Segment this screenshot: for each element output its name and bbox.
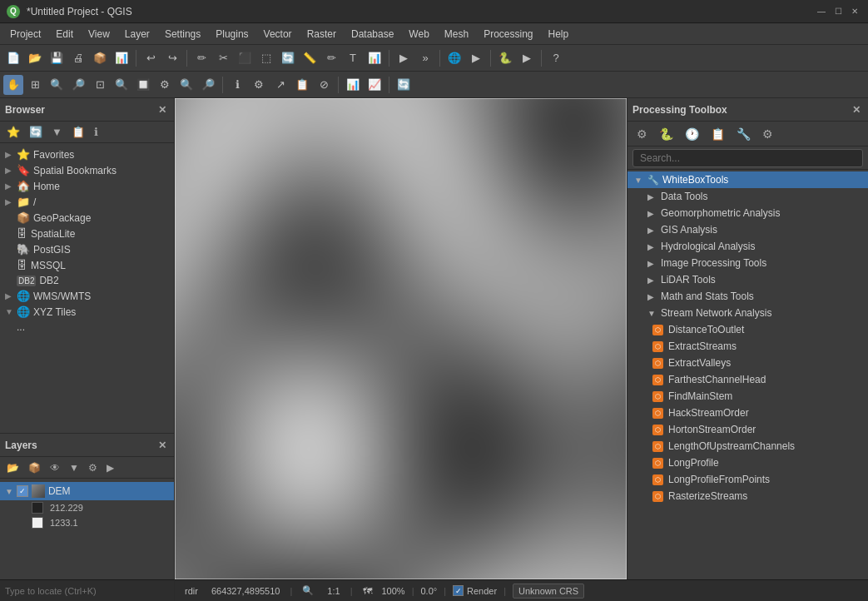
layers-visibility-icon[interactable]: 👁 — [47, 460, 63, 475]
move-button[interactable]: ⬚ — [256, 48, 276, 68]
deselect-button[interactable]: ⊘ — [314, 75, 334, 95]
layers-expand-icon[interactable]: ▶ — [103, 460, 117, 475]
tool-extract-valleys[interactable]: ⬡ ExtractValleys — [627, 355, 868, 371]
menu-mesh[interactable]: Mesh — [438, 26, 475, 42]
select-feature3-button[interactable]: 📋 — [292, 75, 312, 95]
identify-button[interactable]: ℹ — [227, 75, 247, 95]
zoom-selection-button[interactable]: 🔲 — [133, 75, 153, 95]
measure-button[interactable]: 📏 — [300, 48, 320, 68]
toolbox-search-input[interactable] — [632, 149, 863, 167]
toolbox-geomorphometric[interactable]: ▶ Geomorphometric Analysis — [627, 205, 868, 221]
layers-open-icon[interactable]: 📂 — [3, 460, 22, 475]
diagram-button[interactable]: 📊 — [365, 48, 384, 68]
crs-display[interactable]: Unknown CRS — [513, 584, 584, 599]
tool-farthest-channel[interactable]: ⬡ FarthestChannelHead — [627, 371, 868, 388]
select-feature2-button[interactable]: ↗ — [270, 75, 290, 95]
render-toggle[interactable]: ✓ Render — [453, 585, 497, 596]
tool-hack-stream-order[interactable]: ⬡ HackStreamOrder — [627, 405, 868, 421]
toolbox-gis-analysis[interactable]: ▶ GIS Analysis — [627, 221, 868, 238]
refresh-button[interactable]: 🔄 — [394, 75, 414, 95]
menu-edit[interactable]: Edit — [49, 26, 80, 42]
toolbox-history-icon[interactable]: 🕐 — [681, 126, 703, 142]
layers-close-btn[interactable]: ✕ — [156, 439, 169, 452]
menu-layer[interactable]: Layer — [118, 26, 156, 42]
python4-button[interactable]: ▶ — [517, 48, 537, 68]
toolbox-close-btn[interactable]: ✕ — [850, 103, 863, 117]
tool-long-profile[interactable]: ⬡ LongProfile — [627, 454, 868, 471]
stat-summary-button[interactable]: 📈 — [365, 75, 384, 95]
menu-plugins[interactable]: Plugins — [209, 26, 255, 42]
toolbox-options-icon[interactable]: 🔧 — [732, 126, 755, 142]
open-project-button[interactable]: 📂 — [25, 48, 45, 68]
save-project-button[interactable]: 💾 — [47, 48, 67, 68]
map-area[interactable] — [175, 98, 627, 579]
print-layout-button[interactable]: 📦 — [90, 48, 110, 68]
undo-button[interactable]: ↩ — [141, 48, 161, 68]
zoom-out-button[interactable]: 🔎 — [68, 75, 88, 95]
browser-favorites-icon[interactable]: ⭐ — [3, 124, 23, 140]
toolbox-image-processing[interactable]: ▶ Image Processing Tools — [627, 255, 868, 271]
browser-refresh-icon[interactable]: 🔄 — [26, 124, 46, 140]
toolbox-python-icon[interactable]: 🐍 — [655, 126, 677, 142]
browser-item-bookmarks[interactable]: ▶ 🔖 Spatial Bookmarks — [0, 162, 174, 178]
label-button[interactable]: T — [343, 48, 363, 68]
tool-rasterize-streams[interactable]: ⬡ RasterizeStreams — [627, 488, 868, 504]
zoom-full-button[interactable]: ⊡ — [90, 75, 110, 95]
layers-options-icon[interactable]: ⚙ — [85, 460, 101, 475]
pan-tool-button[interactable]: ✋ — [3, 75, 23, 95]
zoom-native-button[interactable]: ⚙ — [155, 75, 175, 95]
browser-item-postgis[interactable]: 🐘 PostGIS — [0, 241, 174, 257]
layers-filter-icon[interactable]: ▼ — [66, 460, 82, 475]
save-as-button[interactable]: 🖨 — [68, 48, 88, 68]
python2-button[interactable]: ▶ — [466, 48, 486, 68]
select-feature-button[interactable]: ⚙ — [249, 75, 269, 95]
toolbox-results-icon[interactable]: 📋 — [707, 126, 729, 142]
menu-project[interactable]: Project — [3, 26, 47, 42]
zoom-layer-button[interactable]: 🔍 — [112, 75, 131, 95]
digitize-button[interactable]: ✏ — [191, 48, 211, 68]
toolbox-config-icon[interactable]: ⚙ — [758, 126, 777, 142]
toolbox-settings-icon[interactable]: ⚙ — [632, 126, 652, 142]
menu-view[interactable]: View — [82, 26, 117, 42]
browser-item-home[interactable]: ▶ 🏠 Home — [0, 178, 174, 194]
browser-close-btn[interactable]: ✕ — [156, 103, 169, 117]
python3-button[interactable]: 🐍 — [495, 48, 515, 68]
tool-distance-to-outlet[interactable]: ⬡ DistanceToOutlet — [627, 321, 868, 338]
menu-database[interactable]: Database — [345, 26, 400, 42]
dem-visibility-checkbox[interactable]: ✓ — [17, 485, 28, 497]
help-button[interactable]: ? — [546, 48, 566, 68]
zoom-in-button[interactable]: 🔍 — [47, 75, 67, 95]
menu-vector[interactable]: Vector — [257, 26, 299, 42]
browser-collapse-icon[interactable]: 📋 — [68, 124, 88, 140]
menu-web[interactable]: Web — [402, 26, 435, 42]
rotate-button[interactable]: 🔄 — [278, 48, 298, 68]
browser-item-root[interactable]: ▶ 📁 / — [0, 194, 174, 210]
toolbox-stream-network[interactable]: ▼ Stream Network Analysis — [627, 305, 868, 321]
atlas-button[interactable]: 📊 — [112, 48, 131, 68]
map-canvas[interactable] — [175, 98, 627, 579]
tool-extract-streams[interactable]: ⬡ ExtractStreams — [627, 338, 868, 355]
select-button[interactable]: ⬛ — [235, 48, 255, 68]
browser-item-xyz[interactable]: ▼ 🌐 XYZ Tiles — [0, 304, 174, 320]
browser-item-spatialite[interactable]: 🗄 SpatiaLite — [0, 226, 174, 241]
browser-filter-icon[interactable]: ▼ — [48, 124, 66, 140]
maximize-button[interactable]: ☐ — [831, 5, 845, 18]
menu-help[interactable]: Help — [542, 26, 576, 42]
minimize-button[interactable]: — — [815, 5, 828, 18]
tool-horton-stream-order[interactable]: ⬡ HortonStreamOrder — [627, 421, 868, 438]
browser-item-geopackage[interactable]: 📦 GeoPackage — [0, 210, 174, 226]
toolbox-data-tools[interactable]: ▶ Data Tools — [627, 188, 868, 205]
browser-item-mssql[interactable]: 🗄 MSSQL — [0, 257, 174, 273]
zoom-native2-button[interactable]: 🔍 — [176, 75, 196, 95]
tool-find-main-stem[interactable]: ⬡ FindMainStem — [627, 388, 868, 405]
menu-processing[interactable]: Processing — [477, 26, 539, 42]
tool-long-profile-points[interactable]: ⬡ LongProfileFromPoints — [627, 471, 868, 488]
toolbox-math-stats[interactable]: ▶ Math and Stats Tools — [627, 288, 868, 305]
python-button[interactable]: 🌐 — [444, 48, 464, 68]
more-button[interactable]: » — [415, 48, 435, 68]
close-button[interactable]: ✕ — [848, 5, 861, 18]
menu-raster[interactable]: Raster — [300, 26, 343, 42]
annotate-button[interactable]: ✏ — [321, 48, 341, 68]
pan-select-button[interactable]: ⊞ — [25, 75, 45, 95]
zoom-native3-button[interactable]: 🔎 — [198, 75, 218, 95]
